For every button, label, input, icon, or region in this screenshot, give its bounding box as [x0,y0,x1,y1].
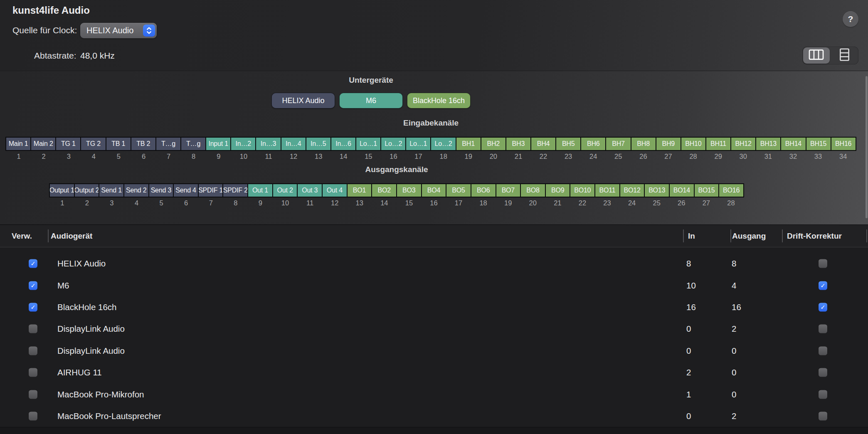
channel-box: SPDIF 2 [223,184,247,197]
channel-number: 14 [372,199,397,208]
channel-number: 8 [223,199,248,208]
drift-checkbox[interactable]: ✓ [819,303,827,311]
table-row[interactable]: ✓HELIX Audio88 [0,253,868,274]
channel-number: 13 [347,199,372,208]
popup-stepper-icon [143,25,155,37]
table-row[interactable]: MacBook Pro-Mikrofon10 [0,383,868,405]
channel-number: 16 [381,153,406,162]
subdevice-pill[interactable]: HELIX Audio [271,93,335,108]
table-row[interactable]: MacBook Pro-Lautsprecher02 [0,405,868,427]
sample-rate-label: Abtastrate: [34,51,76,61]
channel-box: BO7 [496,184,520,197]
channel-box: BO10 [570,184,594,197]
channel-number: 20 [520,199,545,208]
channel-number: 3 [99,199,124,208]
table-row[interactable]: AIRHUG 1120 [0,362,868,383]
channel-box: TB 2 [131,138,155,150]
input-channels-heading: Eingabekanäle [5,118,856,128]
channel-number: 12 [281,153,306,162]
use-checkbox[interactable]: ✓ [29,259,37,268]
input-channel-numbers: 1234567891011121314151617181920212223242… [6,153,856,162]
channel-number: 30 [731,153,756,162]
channel-box: Send 4 [174,184,198,197]
channel-number: 23 [595,199,620,208]
channel-box: BH9 [656,138,681,150]
device-table: Verw. Audiogerät In Ausgang Drift-Korrek… [0,224,868,434]
clock-source-select[interactable]: HELIX Audio [80,23,157,38]
rows-view-button[interactable] [831,47,858,64]
channels-panel: Untergeräte HELIX AudioM6BlackHole 16ch … [0,71,868,225]
drift-checkbox[interactable] [819,412,827,420]
device-name: MacBook Pro-Mikrofon [57,390,144,399]
header-divider [730,229,731,242]
channel-box: Lo…1 [406,138,430,150]
output-channel-numbers: 1234567891011121314151617181920212223242… [50,199,743,208]
channel-box: In…4 [281,138,306,150]
table-row[interactable]: ✓BlackHole 16ch1616✓ [0,296,868,318]
columns-view-button[interactable] [803,47,830,64]
drift-checkbox[interactable] [819,390,827,399]
channel-box: BH15 [806,138,831,150]
drift-checkbox[interactable]: ✓ [819,281,827,290]
channel-number: 21 [545,199,570,208]
use-checkbox[interactable]: ✓ [29,303,37,311]
use-checkbox[interactable] [29,412,37,420]
channel-number: 1 [50,199,75,208]
use-checkbox[interactable]: ✓ [29,281,37,290]
channel-number: 16 [422,199,446,208]
use-checkbox[interactable] [29,368,37,377]
channel-number: 7 [198,199,223,208]
column-header-device: Audiogerät [51,232,92,241]
header-divider [48,229,49,242]
channel-number: 28 [681,153,706,162]
channel-number: 24 [619,199,644,208]
column-header-in: In [688,232,695,241]
use-checkbox[interactable] [29,346,37,355]
drift-checkbox[interactable] [819,346,827,355]
channel-number: 24 [581,153,606,162]
table-row[interactable]: DisplayLink Audio02 [0,318,868,340]
column-header-out: Ausgang [732,232,766,241]
channel-box: TB 1 [106,138,131,150]
channel-box: BH7 [606,138,630,150]
column-header-drift: Drift-Korrektur [787,232,842,241]
channel-box: Out 4 [323,184,347,197]
output-channel-strip: Output 1Output 2Send 1Send 2Send 3Send 4… [49,183,744,197]
toolbar: kunst4life Audio Quelle für Clock: HELIX… [0,0,868,71]
use-checkbox[interactable] [29,325,37,333]
channel-box: BO2 [372,184,396,197]
channel-box: BO3 [397,184,421,197]
subdevice-pill[interactable]: M6 [339,93,403,108]
channel-box: In…2 [231,138,255,150]
table-row[interactable]: ✓M6104✓ [0,274,868,296]
channel-box: Send 3 [149,184,173,197]
channel-box: BO6 [471,184,496,197]
table-header: Verw. Audiogerät In Ausgang Drift-Korrek… [0,225,868,247]
channel-box: Main 2 [31,138,55,150]
in-count: 10 [686,281,696,291]
scrollbar-thumb[interactable] [866,76,868,218]
drift-checkbox[interactable] [819,259,827,268]
channel-box: BO8 [521,184,545,197]
device-name: MacBook Pro-Lautsprecher [57,411,161,421]
channel-number: 13 [306,153,331,162]
table-row[interactable]: DisplayLink Audio00 [0,340,868,362]
channel-box: BH3 [506,138,530,150]
in-count: 0 [686,324,691,334]
header-divider [782,229,783,242]
channel-box: T…g [156,138,180,150]
channel-box: BH12 [731,138,755,150]
drift-checkbox[interactable] [819,368,827,377]
subdevice-pill[interactable]: BlackHole 16ch [407,93,471,108]
clock-source-value: HELIX Audio [86,23,133,38]
channel-box: BO9 [546,184,570,197]
use-checkbox[interactable] [29,390,37,399]
channel-number: 1 [6,153,31,162]
channel-box: Send 2 [124,184,148,197]
channel-box: BH2 [481,138,506,150]
help-button[interactable]: ? [843,11,858,27]
drift-checkbox[interactable] [819,325,827,333]
device-name: HELIX Audio [57,259,106,269]
in-count: 0 [686,346,691,356]
device-name: BlackHole 16ch [57,302,116,312]
